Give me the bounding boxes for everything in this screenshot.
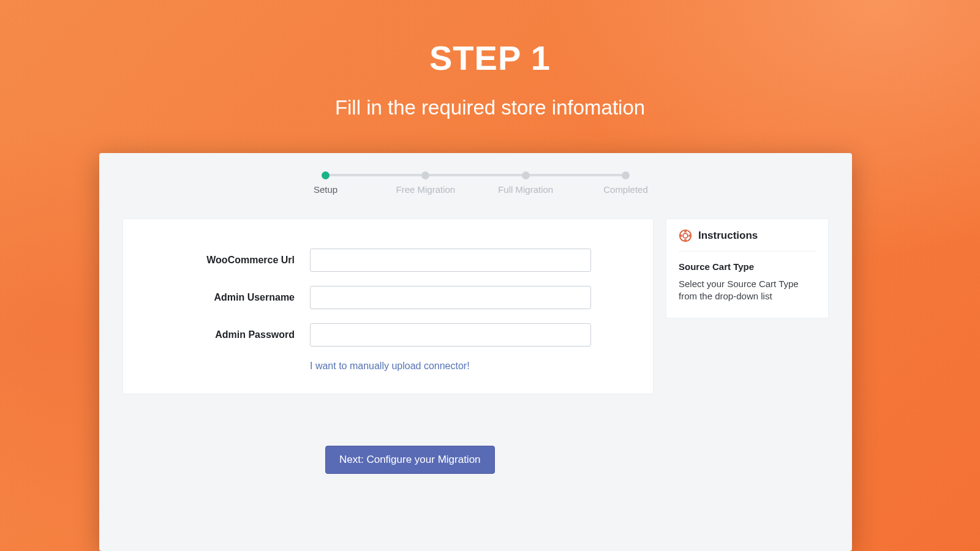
page-subtitle: Fill in the required store infomation <box>0 96 980 119</box>
next-button[interactable]: Next: Configure your Migration <box>325 446 495 474</box>
step-dot-icon <box>522 171 530 179</box>
input-admin-username[interactable] <box>310 286 591 309</box>
input-woocommerce-url[interactable] <box>310 249 591 272</box>
input-admin-password[interactable] <box>310 323 591 347</box>
wizard-panel: Setup Free Migration Full Migration Comp… <box>99 153 852 551</box>
step-full-migration[interactable]: Full Migration <box>495 171 556 195</box>
step-dot-icon <box>622 171 630 179</box>
hero-section: STEP 1 Fill in the required store infoma… <box>0 0 980 119</box>
instructions-header: Instructions <box>679 229 816 252</box>
step-label: Completed <box>603 184 648 195</box>
step-completed[interactable]: Completed <box>595 171 656 195</box>
row-woocommerce-url: WooCommerce Url <box>154 249 622 272</box>
content-row: WooCommerce Url Admin Username Admin Pas… <box>123 219 829 394</box>
step-dot-icon <box>322 171 330 179</box>
instructions-card: Instructions Source Cart Type Select you… <box>666 219 829 318</box>
svg-point-1 <box>683 233 688 238</box>
stepper: Setup Free Migration Full Migration Comp… <box>295 171 657 205</box>
page-title: STEP 1 <box>0 38 980 78</box>
lifebuoy-icon <box>679 229 692 242</box>
svg-rect-2 <box>684 230 687 233</box>
step-free-migration[interactable]: Free Migration <box>395 171 456 195</box>
row-admin-password: Admin Password <box>154 323 622 347</box>
label-admin-password: Admin Password <box>154 329 310 340</box>
step-label: Full Migration <box>498 184 553 195</box>
step-label: Free Migration <box>396 184 455 195</box>
label-admin-username: Admin Username <box>154 292 310 303</box>
svg-rect-3 <box>684 239 687 242</box>
svg-rect-5 <box>689 234 692 237</box>
label-woocommerce-url: WooCommerce Url <box>154 255 310 266</box>
row-admin-username: Admin Username <box>154 286 622 309</box>
step-dot-icon <box>421 171 429 179</box>
svg-rect-4 <box>679 234 682 237</box>
instructions-subheading: Source Cart Type <box>679 261 816 272</box>
form-card: WooCommerce Url Admin Username Admin Pas… <box>123 219 654 394</box>
step-setup[interactable]: Setup <box>295 171 356 195</box>
instructions-text: Select your Source Cart Type from the dr… <box>679 278 816 303</box>
instructions-title: Instructions <box>698 230 758 242</box>
manual-upload-link[interactable]: I want to manually upload connector! <box>310 361 622 372</box>
step-label: Setup <box>314 184 337 195</box>
